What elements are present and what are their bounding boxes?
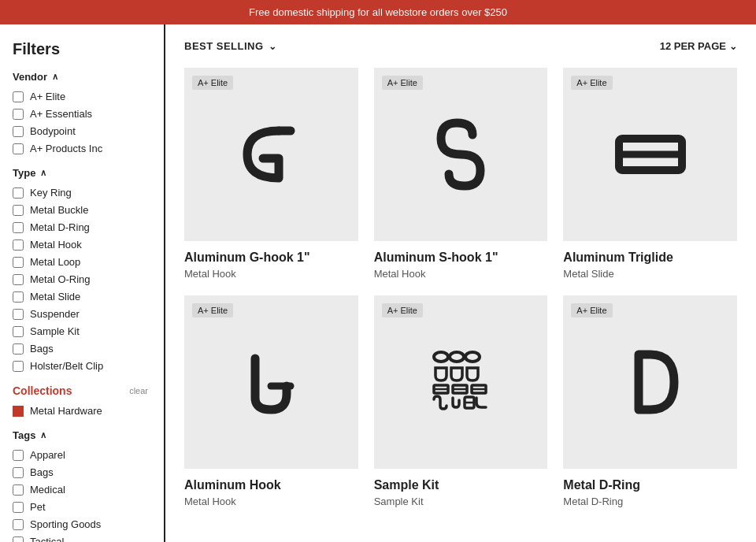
checkbox-type-metalhook[interactable] [13, 239, 24, 251]
product-name-5: Sample Kit [374, 478, 548, 492]
active-collection-label: Metal Hardware [30, 405, 102, 417]
sort-dropdown[interactable]: BEST SELLING ⌄ [184, 40, 276, 52]
active-collection-indicator [13, 406, 24, 417]
product-image-ghook: A+ Elite [184, 68, 358, 241]
filter-type-metaloring: Metal O-Ring [13, 273, 148, 285]
checkbox-type-keyring[interactable] [13, 187, 24, 199]
vendor-label: Vendor [13, 71, 47, 83]
per-page-dropdown[interactable]: 12 PER PAGE ⌄ [660, 40, 737, 52]
filter-vendor-a-products: A+ Products Inc [13, 143, 148, 154]
filter-type-holster: Holster/Belt Clip [13, 360, 148, 372]
filter-tag-medical: Medical [13, 484, 148, 496]
collections-label-text: Collections [13, 384, 72, 397]
dring-icon [603, 335, 698, 429]
label-type-holster: Holster/Belt Clip [30, 360, 103, 372]
checkbox-tag-tactical[interactable] [13, 536, 24, 543]
collections-section-header[interactable]: Collections clear [13, 384, 148, 397]
label-type-metalhook: Metal Hook [30, 239, 82, 251]
product-type-6: Metal D-Ring [563, 496, 737, 507]
filter-type-metalloop: Metal Loop [13, 256, 148, 268]
label-type-bags: Bags [30, 343, 54, 355]
checkbox-type-bags[interactable] [13, 343, 24, 355]
checkbox-type-samplekit[interactable] [13, 326, 24, 337]
type-section-header[interactable]: Type ∧ [13, 167, 148, 179]
product-badge-1: A+ Elite [192, 76, 233, 90]
label-vendor-bodypoint: Bodypoint [30, 125, 76, 137]
product-card-triglide[interactable]: A+ Elite Aluminum Triglide Metal Slide [563, 68, 737, 280]
filter-type-samplekit: Sample Kit [13, 325, 148, 337]
vendor-section-header[interactable]: Vendor ∧ [13, 71, 148, 83]
checkbox-type-metalloop[interactable] [13, 257, 24, 268]
vendor-chevron-icon: ∧ [52, 72, 58, 82]
sidebar-title: Filters [13, 40, 148, 58]
label-tag-medical: Medical [30, 484, 65, 496]
label-tag-sporting: Sporting Goods [30, 518, 101, 530]
vendor-filter-section: Vendor ∧ A+ Elite A+ Essentials Bodypoin… [13, 71, 148, 154]
filter-type-metalslide: Metal Slide [13, 291, 148, 303]
tags-section-header[interactable]: Tags ∧ [13, 429, 148, 441]
product-image-samplekit: A+ Elite [374, 295, 548, 469]
checkbox-type-metaldring[interactable] [13, 222, 24, 233]
checkbox-tag-apparel[interactable] [13, 450, 24, 461]
filter-vendor-a-elite: A+ Elite [13, 91, 148, 102]
product-name-3: Aluminum Triglide [563, 251, 737, 265]
filter-vendor-bodypoint: Bodypoint [13, 125, 148, 137]
product-badge-4: A+ Elite [192, 303, 233, 317]
banner-text: Free domestic shipping for all webstore … [249, 6, 507, 18]
checkbox-type-metaloring[interactable] [13, 274, 24, 285]
label-type-metalbuckle: Metal Buckle [30, 204, 88, 216]
filter-type-keyring: Key Ring [13, 187, 148, 199]
label-type-samplekit: Sample Kit [30, 325, 80, 337]
sort-chevron-icon: ⌄ [269, 41, 277, 52]
label-tag-bags: Bags [30, 466, 54, 478]
label-tag-tactical: Tactical [30, 536, 64, 542]
filter-tag-pet: Pet [13, 501, 148, 513]
filter-tag-tactical: Tactical [13, 536, 148, 542]
product-card-jhook[interactable]: A+ Elite Aluminum Hook Metal Hook [184, 295, 358, 507]
checkbox-vendor-a-products[interactable] [13, 143, 24, 154]
product-card-samplekit[interactable]: A+ Elite [374, 295, 548, 507]
jhook-icon [224, 335, 318, 429]
svg-point-4 [434, 352, 448, 362]
checkbox-tag-sporting[interactable] [13, 519, 24, 530]
tags-chevron-icon: ∧ [40, 430, 46, 440]
checkbox-type-metalbuckle[interactable] [13, 205, 24, 216]
checkbox-vendor-a-elite[interactable] [13, 91, 24, 102]
type-label: Type [13, 167, 35, 179]
checkbox-type-metalslide[interactable] [13, 291, 24, 303]
checkbox-tag-medical[interactable] [13, 484, 24, 496]
tags-filter-section: Tags ∧ Apparel Bags Medical Pet Sport [13, 429, 148, 542]
svg-point-6 [465, 352, 480, 362]
type-chevron-icon: ∧ [40, 168, 46, 178]
label-type-suspender: Suspender [30, 308, 80, 320]
toolbar: BEST SELLING ⌄ 12 PER PAGE ⌄ [184, 40, 737, 52]
product-type-4: Metal Hook [184, 496, 358, 507]
product-badge-5: A+ Elite [382, 303, 423, 317]
shook-icon [413, 107, 508, 202]
collections-clear-button[interactable]: clear [129, 386, 148, 395]
label-vendor-a-elite: A+ Elite [30, 91, 65, 102]
product-image-dring: A+ Elite [563, 295, 737, 469]
checkbox-vendor-bodypoint[interactable] [13, 126, 24, 137]
product-card-ghook[interactable]: A+ Elite Aluminum G-hook 1" Metal Hook [184, 68, 358, 280]
product-type-5: Sample Kit [374, 496, 548, 507]
product-badge-3: A+ Elite [571, 76, 612, 90]
product-card-shook[interactable]: A+ Elite Aluminum S-hook 1" Metal Hook [374, 68, 548, 280]
checkbox-type-holster[interactable] [13, 361, 24, 372]
filter-type-bags: Bags [13, 343, 148, 355]
per-page-chevron-icon: ⌄ [729, 41, 737, 52]
sort-label: BEST SELLING [184, 40, 264, 52]
products-grid: A+ Elite Aluminum G-hook 1" Metal Hook A… [184, 68, 737, 507]
label-vendor-a-essentials: A+ Essentials [30, 108, 92, 120]
product-card-dring[interactable]: A+ Elite Metal D-Ring Metal D-Ring [563, 295, 737, 507]
product-badge-6: A+ Elite [571, 303, 612, 317]
tags-label: Tags [13, 429, 35, 441]
checkbox-tag-pet[interactable] [13, 502, 24, 513]
checkbox-type-suspender[interactable] [13, 309, 24, 320]
checkbox-vendor-a-essentials[interactable] [13, 109, 24, 120]
product-name-6: Metal D-Ring [563, 478, 737, 492]
content-area: BEST SELLING ⌄ 12 PER PAGE ⌄ A+ Elite [165, 24, 756, 542]
ghook-icon [224, 107, 318, 202]
checkbox-tag-bags[interactable] [13, 467, 24, 478]
collections-filter-section: Collections clear Metal Hardware [13, 384, 148, 417]
